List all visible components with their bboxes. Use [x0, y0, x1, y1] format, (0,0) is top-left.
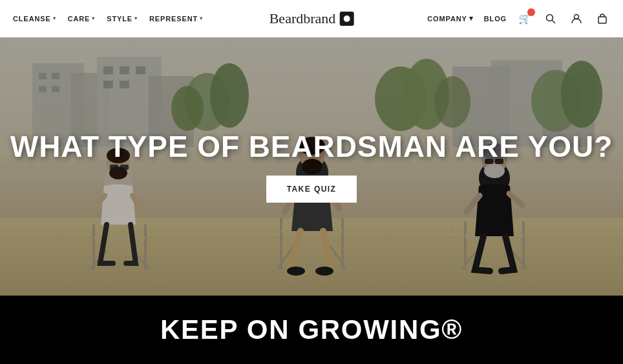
nav-label-blog: BLOG	[484, 15, 507, 23]
nav-item-care[interactable]: CARE ▾	[68, 15, 96, 23]
nav-item-company[interactable]: COMPANY ▾	[427, 14, 473, 23]
nav-item-represent[interactable]: REPRESENT ▾	[149, 15, 203, 23]
nav-label-care: CARE	[68, 15, 90, 23]
bottom-band: KEEP ON GROWING®	[0, 296, 623, 364]
nav-label-cleanse: CLEANSE	[13, 15, 51, 23]
svg-point-0	[547, 14, 553, 21]
nav-left: CLEANSE ▾ CARE ▾ STYLE ▾ REPRESENT ▾	[13, 15, 203, 23]
navbar: CLEANSE ▾ CARE ▾ STYLE ▾ REPRESENT ▾ Bea…	[0, 0, 623, 37]
search-icon[interactable]	[543, 11, 558, 26]
nav-item-style[interactable]: STYLE ▾	[107, 15, 138, 23]
account-icon[interactable]	[569, 11, 584, 26]
logo-icon	[339, 12, 354, 26]
nav-label-style: STYLE	[107, 15, 132, 23]
nav-item-blog[interactable]: BLOG	[484, 15, 507, 23]
hero-title: WHAT TYPE OF BEARDSMAN ARE YOU?	[10, 130, 613, 163]
cart-button[interactable]: 🛒	[517, 11, 533, 26]
nav-item-cleanse[interactable]: CLEANSE ▾	[13, 15, 56, 23]
chevron-down-icon: ▾	[469, 14, 474, 23]
logo-text: Beardbrand	[269, 10, 336, 27]
site-logo[interactable]: Beardbrand	[269, 10, 354, 27]
bottom-title: KEEP ON GROWING®	[160, 314, 463, 345]
chevron-down-icon: ▾	[200, 15, 203, 21]
svg-line-1	[553, 20, 556, 23]
nav-label-company: COMPANY	[427, 15, 467, 23]
chevron-down-icon: ▾	[53, 15, 56, 21]
svg-rect-3	[598, 17, 606, 23]
chevron-down-icon: ▾	[92, 15, 95, 21]
cart-badge	[527, 8, 535, 16]
chevron-down-icon: ▾	[134, 15, 138, 21]
hero-overlay: WHAT TYPE OF BEARDSMAN ARE YOU? TAKE QUI…	[0, 37, 623, 296]
bag-icon[interactable]	[595, 11, 610, 26]
nav-right: COMPANY ▾ BLOG 🛒	[427, 11, 610, 26]
nav-label-represent: REPRESENT	[149, 15, 198, 23]
hero-section: WHAT TYPE OF BEARDSMAN ARE YOU? TAKE QUI…	[0, 37, 623, 296]
take-quiz-button[interactable]: TAKE QUIZ	[266, 176, 357, 203]
